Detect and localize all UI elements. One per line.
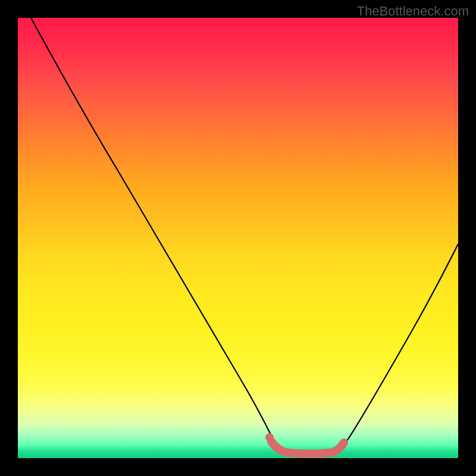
bottleneck-curve — [31, 18, 458, 454]
highlight-segment — [271, 441, 344, 454]
chart-svg — [18, 18, 458, 458]
plot-area — [18, 18, 458, 458]
watermark-text: TheBottleneck.com — [357, 4, 469, 19]
